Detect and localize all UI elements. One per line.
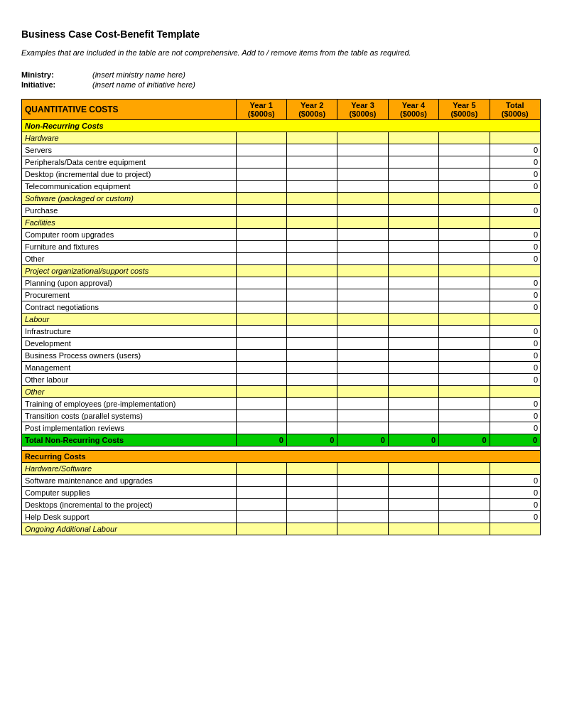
table-row: Help Desk support0 [22, 510, 541, 523]
initiative-row: Initiative: (insert name of initiative h… [21, 80, 541, 89]
table-row: Furniture and fixtures0 [22, 240, 541, 252]
table-row: Project organizational/support costs [22, 264, 541, 277]
header-total: Total ($000s) [490, 99, 540, 119]
header-year1: Year 1 ($000s) [236, 99, 286, 119]
table-row: Computer supplies0 [22, 486, 541, 498]
table-row: Post implementation reviews0 [22, 422, 541, 434]
table-row: Desktop (incremental due to project)0 [22, 168, 541, 180]
table-row: Labour [22, 313, 541, 325]
table-row: Planning (upon approval)0 [22, 277, 541, 289]
header-year5: Year 5 ($000s) [439, 99, 490, 119]
ministry-row: Ministry: (insert ministry name here) [21, 70, 541, 79]
page-title: Business Case Cost-Benefit Template [21, 28, 541, 40]
header-year3: Year 3 ($000s) [337, 99, 388, 119]
table-row: Non-Recurring Costs [22, 119, 541, 132]
table-row: Training of employees (pre-implementatio… [22, 397, 541, 410]
ministry-label: Ministry: [21, 70, 92, 79]
table-row: Other [22, 385, 541, 397]
table-row: Desktops (incremental to the project)0 [22, 498, 541, 510]
table-row: Transition costs (parallel systems)0 [22, 410, 541, 422]
ministry-value: (insert ministry name here) [92, 70, 185, 79]
table-row: Procurement0 [22, 289, 541, 301]
table-row: Hardware [22, 132, 541, 144]
meta-section: Ministry: (insert ministry name here) In… [21, 70, 541, 89]
table-row: Business Process owners (users)0 [22, 349, 541, 361]
table-row: Software (packaged or custom) [22, 192, 541, 204]
table-row: Infrastructure0 [22, 325, 541, 337]
subtitle: Examples that are included in the table … [21, 47, 541, 59]
cost-table: QUANTITATIVE COSTS Year 1 ($000s) Year 2… [21, 99, 541, 535]
initiative-label: Initiative: [21, 80, 92, 89]
table-row: Other0 [22, 252, 541, 264]
table-row: Computer room upgrades0 [22, 228, 541, 240]
table-row: Contract negotiations0 [22, 301, 541, 313]
table-row: Facilities [22, 216, 541, 228]
table-row: Hardware/Software [22, 462, 541, 474]
table-row: Management0 [22, 361, 541, 373]
table-row: Servers0 [22, 144, 541, 156]
header-label: QUANTITATIVE COSTS [22, 99, 237, 119]
table-row: Telecommunication equipment0 [22, 180, 541, 192]
table-row: Development0 [22, 337, 541, 349]
table-header: QUANTITATIVE COSTS Year 1 ($000s) Year 2… [22, 99, 541, 119]
table-row: Purchase0 [22, 204, 541, 216]
table-row: Total Non-Recurring Costs000000 [22, 434, 541, 446]
header-year4: Year 4 ($000s) [388, 99, 438, 119]
table-row: Software maintenance and upgrades0 [22, 474, 541, 486]
initiative-value: (insert name of initiative here) [92, 80, 195, 89]
header-year2: Year 2 ($000s) [286, 99, 337, 119]
table-row: Ongoing Additional Labour [22, 523, 541, 535]
table-row: Recurring Costs [22, 450, 541, 462]
table-row: Other labour0 [22, 373, 541, 385]
table-row: Peripherals/Data centre equipment0 [22, 156, 541, 168]
